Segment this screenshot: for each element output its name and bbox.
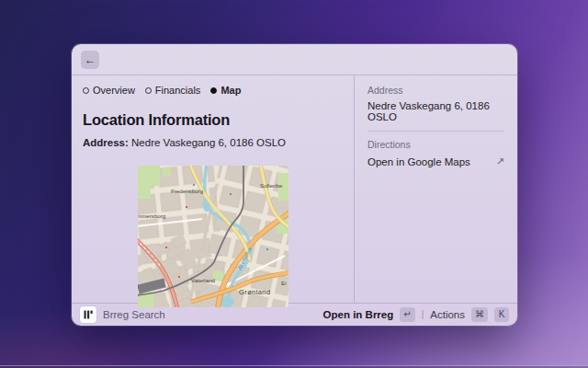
map-label-sofienberg: Sofienbe bbox=[260, 182, 283, 189]
action-bar-right: Open in Brreg ↵ | Actions ⌘ K bbox=[323, 307, 509, 322]
desktop-background: ← Overview Financials Map bbox=[0, 0, 588, 368]
k-key-badge[interactable]: K bbox=[494, 307, 509, 322]
actions-button[interactable]: Actions bbox=[430, 309, 465, 320]
back-button[interactable]: ← bbox=[81, 51, 99, 69]
command-key-badge[interactable]: ⌘ bbox=[471, 307, 488, 322]
sidebar-directions-label: Directions bbox=[368, 139, 504, 150]
address-line-label: Address: bbox=[83, 137, 129, 148]
metadata-panel: Address Nedre Vaskegang 6, 0186 OSLO Dir… bbox=[354, 75, 517, 303]
directions-link-label: Open in Google Maps bbox=[368, 156, 470, 167]
map-label-gronland: Grønland bbox=[239, 288, 270, 296]
enter-key-badge[interactable]: ↵ bbox=[400, 307, 414, 322]
sidebar-address-value: Nedre Vaskegang 6, 0186 OSLO bbox=[368, 100, 504, 122]
tab-map[interactable]: Map bbox=[210, 85, 241, 96]
address-line: Address: Nedre Vaskegang 6, 0186 OSLO bbox=[83, 137, 343, 148]
tab-map-label: Map bbox=[220, 85, 241, 96]
address-line-value: Nedre Vaskegang 6, 0186 OSLO bbox=[131, 137, 286, 148]
launcher-window: ← Overview Financials Map bbox=[72, 44, 517, 326]
radio-unselected-icon bbox=[145, 87, 152, 94]
brreg-app-icon bbox=[80, 306, 96, 323]
map-label-east-edge: Ei bbox=[281, 280, 287, 286]
action-bar-divider: | bbox=[422, 309, 424, 319]
tab-financials[interactable]: Financials bbox=[145, 85, 201, 96]
map-label-vaterland: Vaterland bbox=[191, 277, 216, 283]
tab-financials-label: Financials bbox=[155, 85, 201, 96]
app-name: Brreg Search bbox=[103, 309, 165, 320]
view-switcher: Overview Financials Map bbox=[83, 85, 343, 96]
map-label-fredensborg: Fredensborg bbox=[171, 188, 204, 194]
page-title: Location Information bbox=[83, 111, 343, 129]
sidebar-address-label: Address bbox=[368, 85, 504, 96]
radio-unselected-icon bbox=[83, 87, 89, 94]
main-panel: Overview Financials Map Location Informa… bbox=[72, 75, 354, 303]
external-link-icon: ↗ bbox=[496, 155, 504, 167]
sidebar-divider bbox=[368, 131, 504, 132]
map-image: Fredensborg mmersborg Sofienbe Vaterland… bbox=[138, 166, 288, 307]
bar-chart-icon bbox=[83, 309, 94, 320]
open-in-brreg-button[interactable]: Open in Brreg bbox=[323, 309, 394, 320]
tab-overview-label: Overview bbox=[93, 85, 135, 96]
radio-selected-icon bbox=[210, 87, 217, 94]
tab-overview[interactable]: Overview bbox=[83, 85, 135, 96]
map-label-hammersborg: mmersborg bbox=[138, 213, 166, 219]
window-body: Overview Financials Map Location Informa… bbox=[72, 75, 517, 303]
directions-link[interactable]: Open in Google Maps ↗ bbox=[368, 155, 504, 167]
osm-map-svg: Fredensborg mmersborg Sofienbe Vaterland… bbox=[138, 166, 288, 307]
back-arrow-icon: ← bbox=[85, 53, 96, 66]
window-header: ← bbox=[72, 44, 517, 75]
